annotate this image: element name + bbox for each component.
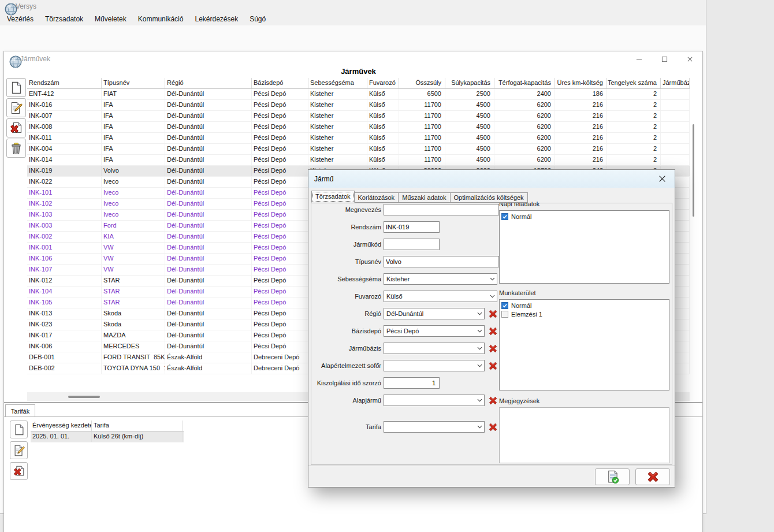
new-tariff-button[interactable] <box>10 421 28 438</box>
vehicles-window-title: Járművek <box>20 55 50 63</box>
tab-korlatozasok[interactable]: Korlátozások <box>354 192 399 203</box>
cell-jarmubazis <box>661 89 690 99</box>
cell-sulykapacitas: 4500 <box>445 100 494 110</box>
clear-tarifa-button[interactable] <box>488 422 498 433</box>
menu-torzsadatok[interactable]: Törzsadatok <box>39 13 89 25</box>
cell-jarmubazis <box>661 100 690 110</box>
field-alapjarmu[interactable] <box>384 395 485 406</box>
cell-rendszam: INK-017 <box>27 330 102 341</box>
cell-terfogat-kapacitas: 6200 <box>494 133 555 143</box>
field-bazisdepo[interactable]: Pécsi Depó <box>384 325 485 337</box>
column-header-regio[interactable]: Régió <box>165 78 252 88</box>
menu-lekerdezesek[interactable]: Lekérdezések <box>189 13 244 25</box>
minimize-button[interactable] <box>626 51 652 66</box>
vehicle-row-ink-007[interactable]: INK-007IFADél-DunántúlPécsi DepóKisteher… <box>27 111 690 122</box>
vertical-scrollbar-thumb[interactable] <box>693 124 694 217</box>
cell-sebessegsema: Kisteher <box>308 155 367 165</box>
clear-alapjarmu-button[interactable] <box>488 395 498 406</box>
delete-vehicle-button[interactable] <box>6 118 26 137</box>
tab-torzsadatok[interactable]: Törzsadatok <box>311 191 355 203</box>
vehicle-row-ink-016[interactable]: INK-016IFADél-DunántúlPécsi DepóKisteher… <box>27 100 690 111</box>
menu-sugo[interactable]: Súgó <box>244 13 271 25</box>
field-alapertelmezett-sofor[interactable] <box>384 360 485 371</box>
cell-rendszam: INK-107 <box>27 265 102 275</box>
delete-tariff-button[interactable] <box>10 462 28 480</box>
megjegyzesek-textarea[interactable] <box>499 407 669 463</box>
save-button[interactable] <box>595 468 630 485</box>
column-header-fuvarozo[interactable]: Fuvarozó <box>367 78 399 88</box>
menu-vezerles[interactable]: Vezérlés <box>1 13 39 25</box>
cell-regio: Dél-Dunántúl <box>165 308 252 319</box>
field-regio[interactable]: Dél-Dunántúl <box>384 308 485 319</box>
column-header-sulykapacitas[interactable]: Súlykapacitás <box>445 78 494 88</box>
column-header-tengelyek-szama[interactable]: Tengelyek száma <box>607 78 661 88</box>
column-header-terfogat-kapacitas[interactable]: Térfogat-kapacitás <box>494 78 555 88</box>
field-tipusnev[interactable] <box>384 256 499 267</box>
column-header-rendszam[interactable]: Rendszám <box>27 78 102 88</box>
horizontal-scrollbar-thumb[interactable] <box>68 396 100 398</box>
edit-vehicle-button[interactable] <box>6 98 26 117</box>
vehicle-row-ink-014[interactable]: INK-014IFADél-DunántúlPécsi DepóKisteher… <box>27 155 690 166</box>
column-header-jarmubazis[interactable]: Járműbázis <box>661 78 690 88</box>
cell-sebessegsema: Kisteher <box>308 122 367 132</box>
menu-muveletek[interactable]: Műveletek <box>89 13 132 25</box>
field-label-tipusnev: Típusnév <box>313 258 381 265</box>
list-item-normal[interactable]: Normál <box>500 212 669 221</box>
vehicle-row-ink-011[interactable]: INK-011IFADél-DunántúlPécsi DepóKisteher… <box>27 133 690 144</box>
checked-checkbox[interactable] <box>501 213 508 220</box>
close-button[interactable] <box>677 51 702 66</box>
field-row-jarmubazis: Járműbázis <box>313 343 499 354</box>
clear-bazisdepo-button[interactable] <box>488 326 498 337</box>
dialog-close-button[interactable] <box>649 170 675 188</box>
cancel-button[interactable] <box>635 468 670 485</box>
cell-sulykapacitas: 4500 <box>445 122 494 132</box>
vehicle-row-ent-412[interactable]: ENT-412FIATDél-DunántúlPécsi DepóKistehe… <box>27 89 690 100</box>
cell-regio: Dél-Dunántúl <box>165 199 252 209</box>
vehicle-row-ink-004[interactable]: INK-004IFADél-DunántúlPécsi DepóKisteher… <box>27 144 690 155</box>
list-item-normal[interactable]: Normál <box>500 301 669 310</box>
list-item-elemzesi-1[interactable]: Elemzési 1 <box>500 310 669 318</box>
clear-regio-button[interactable] <box>488 308 498 319</box>
list-item-label: Normál <box>511 302 531 309</box>
tab-muszaki-adatok[interactable]: Műszaki adatok <box>398 192 450 203</box>
menu-bar: VezérlésTörzsadatokMűveletekKommunikáció… <box>0 13 706 25</box>
unchecked-checkbox[interactable] <box>501 311 508 318</box>
field-tarifa[interactable] <box>384 421 485 433</box>
vehicle-row-ink-008[interactable]: INK-008IFADél-DunántúlPécsi DepóKisteher… <box>27 122 690 133</box>
field-megnevezes[interactable] <box>384 204 499 215</box>
column-header-osszsuly[interactable]: Összsúly <box>399 78 445 88</box>
menu-kommunikacio[interactable]: Kommunikáció <box>132 13 189 25</box>
column-header-bazisdepo[interactable]: Bázisdepó <box>252 78 308 88</box>
field-label-regio: Régió <box>313 310 381 317</box>
field-fuvarozo[interactable]: Külső <box>384 291 497 302</box>
cell-fuvarozo: Külső <box>367 122 399 132</box>
tariff-column-ervenyesseg-kezdete[interactable]: Érvényesség kezdete <box>31 421 92 431</box>
cell-sulykapacitas: 4500 <box>445 133 494 143</box>
cell-bazisdepo: Pécsi Depó <box>252 276 308 286</box>
cell-rendszam: INK-106 <box>27 254 102 264</box>
clear-jarmubazis-button[interactable] <box>488 343 498 354</box>
tab-tarifak[interactable]: Tarifák <box>5 404 35 417</box>
field-rendszam[interactable] <box>384 221 440 233</box>
column-header-ures-km-koltseg[interactable]: Üres km-költség <box>555 78 607 88</box>
tariff-row[interactable]: 2025. 01. 01.Külső 26t (km-díj) <box>31 431 184 442</box>
field-kiszolgalasi-ido-szorzo[interactable] <box>384 377 440 389</box>
checked-checkbox[interactable] <box>501 302 508 309</box>
field-jarmukod[interactable] <box>384 239 440 250</box>
edit-tariff-button[interactable] <box>10 441 28 459</box>
tab-optimalizacios-koltsegek[interactable]: Optimalizációs költségek <box>450 192 528 203</box>
munkaterulet-list: NormálElemzési 1 <box>499 299 669 390</box>
maximize-button[interactable] <box>652 51 677 66</box>
tariff-column-tarifa[interactable]: Tarifa <box>92 421 183 431</box>
field-sebessegsema[interactable]: Kisteher <box>384 273 497 285</box>
cell-rendszam: INK-016 <box>27 100 102 110</box>
field-jarmubazis[interactable] <box>384 343 485 354</box>
new-vehicle-button[interactable] <box>6 78 26 97</box>
dialog-right-column: Napi feladatok Normál Munkaterület Normá… <box>499 200 669 464</box>
discard-vehicle-button[interactable] <box>6 139 26 158</box>
vehicles-toolbar <box>6 78 26 158</box>
clear-alapertelmezett-sofor-button[interactable] <box>488 360 498 371</box>
column-header-sebessegsema[interactable]: Sebességséma <box>308 78 367 88</box>
app-title: Versys <box>16 2 36 10</box>
column-header-tipusnev[interactable]: Típusnév <box>102 78 165 88</box>
